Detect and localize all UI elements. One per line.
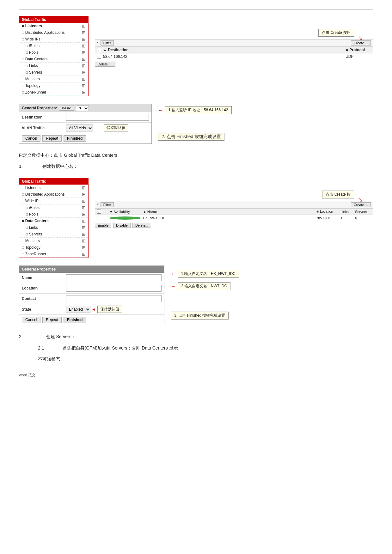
- cancel-btn-1[interactable]: Cancel: [22, 135, 40, 142]
- annotation-location: 2.输入自定义名：NWT IDC: [178, 282, 230, 290]
- destination-input[interactable]: [66, 114, 149, 121]
- step2-row: 2. 创建 Servers：: [19, 333, 373, 341]
- annotation-name: 1.输入自定义名：HK_NWT_IDC: [178, 270, 239, 278]
- form-row-vlan: VLAN Traffic All VLANs ← 保持默认值: [19, 123, 151, 133]
- row-proto-1: UDP: [346, 54, 371, 59]
- arrow-dest: ←: [158, 107, 163, 113]
- nav-zonerunner[interactable]: □ZoneRunner ⊞: [19, 89, 88, 96]
- nav2-servers[interactable]: □Servers ⊞: [19, 231, 88, 238]
- form-label-dest: Destination: [22, 115, 66, 119]
- repeat-btn-2[interactable]: Repeat: [42, 317, 62, 323]
- form-header-select-1[interactable]: ▼: [76, 105, 89, 111]
- nav-wide-ips[interactable]: □Wide IPs ⊞: [19, 36, 88, 43]
- nav2-pools[interactable]: □Pools ⊞: [19, 211, 88, 218]
- servers-header: Servers: [355, 210, 371, 214]
- row-checkbox-2[interactable]: [97, 216, 101, 220]
- nav-monitors[interactable]: □Monitors ⊞: [19, 76, 88, 82]
- nav-distributed-apps[interactable]: □Distributed Applications ⊞: [19, 29, 88, 36]
- contact-input[interactable]: [66, 295, 162, 302]
- form-row-destination: Destination: [19, 112, 151, 123]
- nav-topology[interactable]: □Topology ⊞: [19, 82, 88, 89]
- proto-header: ◈ Protocol: [346, 48, 371, 52]
- repeat-btn-1[interactable]: Repeat: [42, 135, 62, 142]
- section1-listeners: Global Traffic ■Listeners ⊞ □Distributed…: [19, 16, 373, 96]
- header-checkbox-1[interactable]: [97, 48, 101, 52]
- filter-btn-2[interactable]: Filter: [101, 202, 114, 207]
- annotation-finished-1: 2. 点击 Finished 按钮完成设置: [158, 133, 224, 141]
- location-input[interactable]: [66, 285, 162, 292]
- section4-datacenters: Global Traffic □Listeners ⊞ □Distributed…: [19, 178, 373, 258]
- annotation-default: 保持默认值: [104, 124, 128, 131]
- nav-listeners[interactable]: ■Listeners ⊞: [19, 23, 88, 29]
- form-label-name: Name: [22, 276, 66, 280]
- dest-header: ▲ Destination: [103, 48, 344, 52]
- state-select[interactable]: Enabled Disabled: [66, 306, 90, 313]
- form-header-2: General Properties: [19, 266, 164, 273]
- form-row-location: Location: [19, 283, 164, 294]
- name-input[interactable]: [66, 274, 162, 281]
- row-name-2: HK_NWT_IDC: [143, 216, 315, 220]
- location-header: ◈ Location: [316, 210, 339, 214]
- row-servers-2: 6: [355, 216, 371, 220]
- nav-irules[interactable]: □iRules ⊞: [19, 43, 88, 49]
- form-header-1: General Properties: Basic ▼: [19, 104, 151, 112]
- row-location-2: NWT IDC: [316, 216, 339, 220]
- vlan-select[interactable]: All VLANs: [66, 125, 93, 131]
- gt-panel-header-1: Global Traffic: [19, 16, 88, 23]
- form-panel-2: General Properties Name Location Contact: [19, 265, 164, 325]
- nav2-zonerunner[interactable]: □ZoneRunner ⊞: [19, 251, 88, 258]
- form-header-label-1: General Properties:: [22, 106, 57, 110]
- enable-btn[interactable]: Enable: [95, 223, 111, 228]
- annotation-create-1: 点击 Create 按钮: [318, 29, 354, 37]
- nav2-topology[interactable]: □Topology ⊞: [19, 244, 88, 251]
- annotation-state-default: 保持默认值: [97, 306, 122, 313]
- nav-data-centers[interactable]: □Data Centers ⊞: [19, 56, 88, 63]
- nav2-distributed-apps[interactable]: □Distributed Applications ⊞: [19, 191, 88, 198]
- name-header: ▲ Name: [143, 210, 315, 214]
- nav2-wide-ips[interactable]: □Wide IPs ⊞: [19, 198, 88, 204]
- cancel-btn-2[interactable]: Cancel: [22, 317, 40, 323]
- arrow-location: ←: [171, 283, 176, 289]
- arrow-create-1: ↘: [358, 34, 363, 41]
- table-star-2: *: [97, 203, 99, 207]
- nav-pools[interactable]: □Pools ⊞: [19, 49, 88, 56]
- section5-form: General Properties Name Location Contact: [19, 265, 373, 325]
- nav-links[interactable]: □Links ⊞: [19, 63, 88, 69]
- nav2-listeners[interactable]: □Listeners ⊞: [19, 185, 88, 191]
- table-data-row-1[interactable]: 58.64.166.142 UDP: [95, 53, 373, 60]
- table-bar-1: * Filter Create....: [95, 39, 373, 47]
- arrow-create-2: ↘: [358, 196, 363, 203]
- links-header: Links: [340, 210, 353, 214]
- form-buttons-1: Cancel Repeat Finished: [19, 133, 151, 143]
- form-row-contact: Contact: [19, 294, 164, 304]
- listeners-expand[interactable]: ⊞: [82, 23, 86, 28]
- section3-para: F:定义数据中心：点击 Global Traffic Data Centers …: [19, 151, 373, 170]
- finished-btn-2[interactable]: Finished: [64, 317, 86, 323]
- form-buttons-2: Cancel Repeat Finished: [19, 315, 164, 325]
- arrow-vlan: ←: [96, 125, 102, 131]
- nav2-irules[interactable]: □iRules ⊞: [19, 204, 88, 211]
- annotation-create-2: 点击 Create 按: [322, 191, 354, 198]
- nav2-monitors[interactable]: □Monitors ⊞: [19, 238, 88, 244]
- table-data-row-2[interactable]: HK_NWT_IDC NWT IDC 1 6: [95, 215, 373, 221]
- row-checkbox-1[interactable]: [97, 55, 101, 59]
- header-checkbox-2[interactable]: [97, 210, 101, 214]
- form-row-state: State Enabled Disabled ◄ 保持默认值: [19, 304, 164, 315]
- delete-btn-1[interactable]: Delete.....: [95, 62, 115, 67]
- nav-panel-2: Global Traffic □Listeners ⊞ □Distributed…: [19, 178, 89, 258]
- nav2-data-centers[interactable]: ■Data Centers ⊞: [19, 218, 88, 224]
- table-header-row-2: ▼ Availability ▲ Name ◈ Location Links S…: [95, 209, 373, 215]
- row-ip-1: 58.64.166.142: [103, 54, 344, 59]
- disable-btn[interactable]: Disable: [113, 223, 131, 228]
- form-header-label-2: General Properties: [22, 267, 56, 271]
- finished-btn-1[interactable]: Finished: [64, 135, 86, 142]
- form-tab-basic[interactable]: Basic: [59, 106, 74, 111]
- page-divider: [19, 9, 373, 10]
- nav-servers[interactable]: □Servers ⊞: [19, 69, 88, 76]
- delete-btn-2[interactable]: Delete...: [132, 223, 151, 228]
- filter-btn-1[interactable]: Filter: [101, 40, 114, 46]
- form-label-state: State: [22, 307, 66, 312]
- nav-panel-1: Global Traffic ■Listeners ⊞ □Distributed…: [19, 16, 89, 96]
- form-label-contact: Contact: [22, 296, 66, 301]
- nav2-links[interactable]: □Links ⊞: [19, 224, 88, 231]
